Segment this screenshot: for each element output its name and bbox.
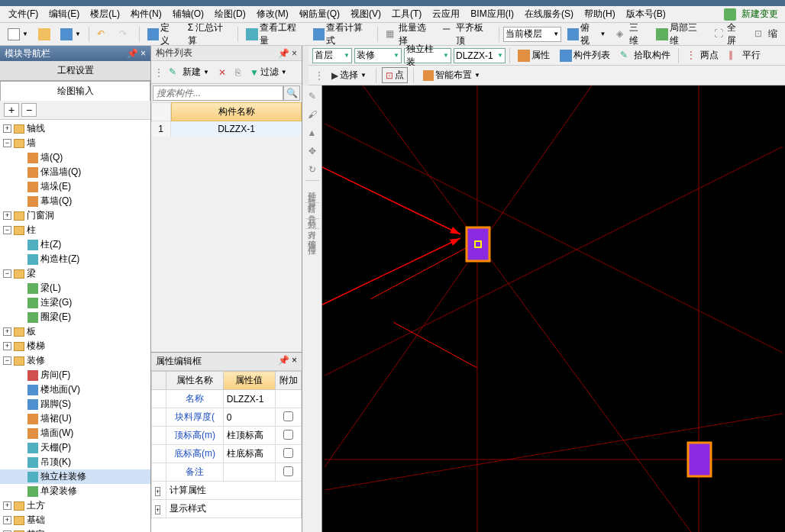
- vtool-extend[interactable]: 延伸: [305, 184, 320, 187]
- close-icon[interactable]: ×: [292, 355, 297, 366]
- comp-col-header: 构件名称: [171, 102, 302, 121]
- copy-comp-button[interactable]: ⎘: [231, 65, 244, 80]
- new-comp-button[interactable]: ✎新建▼: [165, 63, 213, 81]
- tree-struct-column[interactable]: 构造柱(Z): [0, 252, 150, 266]
- view-calc-icon: [313, 28, 325, 40]
- prop-row-name[interactable]: 名称DLZZX-1: [152, 390, 302, 408]
- redo-button[interactable]: ↷: [115, 26, 135, 43]
- drawing-canvas[interactable]: [322, 85, 785, 532]
- tree-suspended-ceiling[interactable]: 吊顶(K): [0, 455, 150, 469]
- prop-row-thickness[interactable]: 块料厚度(0: [152, 408, 302, 427]
- extra-check[interactable]: [283, 430, 293, 440]
- vtool-mirror[interactable]: ▲: [305, 125, 320, 140]
- floor-selector[interactable]: 当前楼层▼: [503, 27, 561, 42]
- tree-wall-pier[interactable]: 墙垛(E): [0, 179, 150, 194]
- tree-stair[interactable]: +楼梯: [0, 339, 150, 353]
- vtool-break[interactable]: 打断: [305, 196, 320, 199]
- prop-row-bot-elev[interactable]: 底标高(m)柱底标高: [152, 445, 302, 463]
- tree-expand-button[interactable]: +: [4, 103, 19, 117]
- vtool-pencil[interactable]: ✎: [305, 89, 320, 104]
- tree-single-beam-deco[interactable]: 单梁装修: [0, 484, 150, 498]
- tree-skirting[interactable]: 踢脚(S): [0, 397, 150, 411]
- undo-button[interactable]: ↶: [93, 26, 113, 43]
- view-project-button[interactable]: 查看工程量: [242, 19, 306, 50]
- tree-dado[interactable]: 墙裙(U): [0, 411, 150, 426]
- tree-foundation[interactable]: +基础: [0, 513, 150, 527]
- delete-icon: ✕: [218, 67, 226, 78]
- vtool-rotate[interactable]: ↻: [305, 162, 320, 177]
- tree-indep-column-deco[interactable]: 独立柱装修: [0, 469, 150, 484]
- tree-beam-l[interactable]: 梁(L): [0, 281, 150, 295]
- vtool-move[interactable]: ✥: [305, 143, 320, 159]
- prop-row-top-elev[interactable]: 顶标高(m)柱顶标高: [152, 427, 302, 445]
- pin-icon[interactable]: 📌: [127, 48, 138, 59]
- extra-check[interactable]: [283, 411, 293, 421]
- search-button[interactable]: 🔍: [283, 85, 300, 101]
- tree-beam[interactable]: −梁: [0, 266, 150, 281]
- tree-other[interactable]: +其它: [0, 527, 150, 532]
- tree-link-beam[interactable]: 连梁(G): [0, 295, 150, 310]
- prop-col-extra: 附加: [276, 372, 302, 390]
- tree-axis[interactable]: +轴线: [0, 121, 150, 136]
- tree-column[interactable]: −柱: [0, 223, 150, 237]
- tree-floor-surface[interactable]: 楼地面(V): [0, 382, 150, 397]
- tree-ceiling[interactable]: 天棚(P): [0, 440, 150, 455]
- tree-wall[interactable]: −墙: [0, 136, 150, 150]
- tree-insulation-wall[interactable]: 保温墙(Q): [0, 165, 150, 179]
- sum-calc-button[interactable]: Σ 汇总计算: [184, 19, 234, 50]
- tab-draw-input[interactable]: 绘图输入: [0, 81, 150, 101]
- extra-check[interactable]: [283, 448, 293, 458]
- vtool-stretch[interactable]: 拉伸: [305, 238, 320, 241]
- tree-slab[interactable]: +板: [0, 324, 150, 339]
- comp-row-1[interactable]: 1 DLZZX-1: [151, 121, 302, 137]
- tree-room[interactable]: 房间(F): [0, 368, 150, 382]
- vtool-align[interactable]: 对齐: [305, 222, 320, 225]
- tree-wall-surface[interactable]: 墙面(W): [0, 426, 150, 440]
- tree-wall-q[interactable]: 墙(Q): [0, 150, 150, 165]
- close-icon[interactable]: ×: [141, 48, 146, 59]
- vtool-merge[interactable]: 合并: [305, 206, 320, 209]
- comp-list-header: 构件列表 📌 ×: [151, 46, 302, 61]
- tree-collapse-button[interactable]: −: [21, 103, 37, 117]
- save-button[interactable]: ▼: [57, 26, 85, 43]
- pin-icon[interactable]: 📌: [278, 355, 289, 366]
- menu-edit[interactable]: 编辑(E): [44, 6, 84, 22]
- menu-file[interactable]: 文件(F): [4, 6, 43, 22]
- new-file-button[interactable]: ▼: [4, 26, 32, 43]
- vtool-brush[interactable]: 🖌: [305, 107, 320, 122]
- view-calc-button[interactable]: 查看计算式: [309, 19, 373, 50]
- vtool-trim[interactable]: 修剪: [305, 190, 320, 193]
- tab-project-settings[interactable]: 工程设置: [0, 61, 150, 81]
- align-top-icon: ▔: [443, 28, 454, 40]
- tree-decoration[interactable]: −装修: [0, 353, 150, 368]
- local-3d-button[interactable]: 局部三维: [652, 19, 708, 50]
- fullscreen-button[interactable]: ⛶全屏: [710, 19, 748, 50]
- left-tabs: 工程设置: [0, 61, 150, 81]
- vtool-offset[interactable]: 偏移: [305, 232, 320, 235]
- align-top-button[interactable]: ▔平齐板顶: [439, 19, 495, 50]
- search-input[interactable]: [153, 85, 283, 101]
- 3d-button[interactable]: ◈三维: [612, 19, 651, 50]
- tree-ring-beam[interactable]: 圈梁(E): [0, 310, 150, 324]
- define-button[interactable]: 定义: [144, 19, 182, 50]
- vtool-split[interactable]: 分割: [305, 212, 320, 215]
- view-mode-button[interactable]: 俯视▼: [564, 19, 609, 50]
- prop-row-calc[interactable]: +计算属性: [152, 482, 302, 500]
- undo-icon: ↶: [97, 28, 109, 40]
- open-button[interactable]: [34, 26, 54, 43]
- tree-earthwork[interactable]: +土方: [0, 498, 150, 513]
- tree-curtain-wall[interactable]: 幕墙(Q): [0, 194, 150, 208]
- tree-column-z[interactable]: 柱(Z): [0, 237, 150, 252]
- close-icon[interactable]: ×: [292, 48, 297, 59]
- batch-select-icon: ▦: [386, 28, 397, 40]
- shrink-button[interactable]: ⊡缩: [751, 25, 781, 43]
- pin-icon[interactable]: 📌: [278, 48, 289, 59]
- left-panel: 模块导航栏 📌 × 工程设置 绘图输入 + − +轴线 −墙 墙(Q) 保温墙(…: [0, 46, 151, 532]
- filter-button[interactable]: ▼过滤▼: [246, 63, 291, 81]
- prop-row-remark[interactable]: 备注: [152, 463, 302, 482]
- prop-row-display[interactable]: +显示样式: [152, 500, 302, 518]
- tree-door-window[interactable]: +门窗洞: [0, 208, 150, 223]
- menu-floor[interactable]: 楼层(L): [86, 6, 124, 22]
- delete-comp-button[interactable]: ✕: [215, 65, 230, 80]
- extra-check[interactable]: [283, 466, 293, 476]
